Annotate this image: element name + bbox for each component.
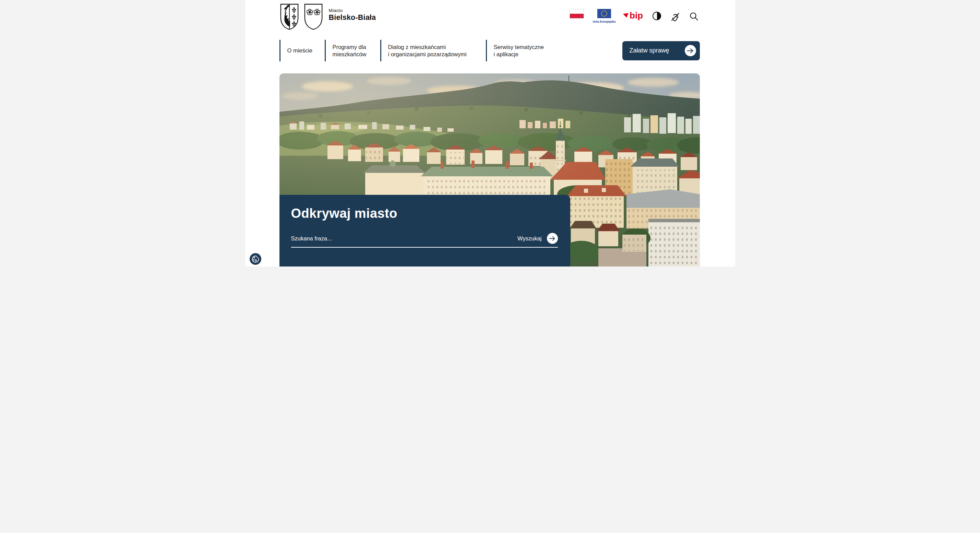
hero-search-input[interactable] xyxy=(291,235,518,242)
hero-search: Wyszukaj xyxy=(291,233,558,248)
cookie-icon xyxy=(250,253,261,265)
cta-label: Załatw sprawę xyxy=(630,47,669,54)
bip-triangle-icon xyxy=(623,13,628,18)
hero-search-submit-button[interactable]: Wyszukaj xyxy=(517,233,558,244)
discover-panel: Odkrywaj miasto Wyszukaj xyxy=(280,195,570,266)
brand-home-link[interactable]: Miasto Bielsko-Biała xyxy=(280,3,376,30)
main-nav: O mieście Programy dla mieszkańców Dialo… xyxy=(280,40,700,61)
search-button[interactable] xyxy=(689,12,699,22)
nav-item-programy[interactable]: Programy dla mieszkańców xyxy=(325,40,380,61)
ear-slash-icon xyxy=(670,12,680,22)
hearing-accessibility-button[interactable] xyxy=(670,12,680,23)
coat-of-arms-roses-icon xyxy=(304,3,323,30)
cookie-settings-button[interactable] xyxy=(250,253,261,265)
brand-pretitle: Miasto xyxy=(329,8,376,13)
arrow-right-icon xyxy=(685,45,696,56)
search-icon xyxy=(689,12,699,21)
hero: Odkrywaj miasto Wyszukaj xyxy=(280,73,700,266)
nav-item-dialog[interactable]: Dialog z mieszkańcami i organizacjami po… xyxy=(380,40,486,61)
eu-label: Unia Europejska xyxy=(593,20,616,23)
hero-heading: Odkrywaj miasto xyxy=(280,195,570,221)
brand-title: Bielsko-Biała xyxy=(329,13,376,22)
bip-label: bip xyxy=(630,12,643,19)
coat-of-arms-eagle-fleur-icon xyxy=(280,3,299,30)
eu-flag-icon xyxy=(597,9,611,18)
zalatw-sprawe-button[interactable]: Załatw sprawę xyxy=(622,41,700,60)
contrast-icon xyxy=(652,12,661,20)
page: Miasto Bielsko-Biała Unia Europejska xyxy=(245,0,735,266)
nav-item-o-miescie[interactable]: O mieście xyxy=(280,40,325,61)
nav-item-serwisy[interactable]: Serwisy tematyczne i aplikacje xyxy=(486,40,565,61)
eu-link[interactable]: Unia Europejska xyxy=(593,9,616,23)
bip-link[interactable]: bip xyxy=(623,12,643,19)
brand-text: Miasto Bielsko-Biała xyxy=(329,8,376,22)
contrast-toggle-button[interactable] xyxy=(652,12,661,20)
topbar-right: Unia Europejska bip xyxy=(570,9,699,23)
arrow-right-icon xyxy=(547,233,558,244)
search-submit-label: Wyszukaj xyxy=(517,235,541,242)
poland-flag-icon[interactable] xyxy=(570,9,584,19)
